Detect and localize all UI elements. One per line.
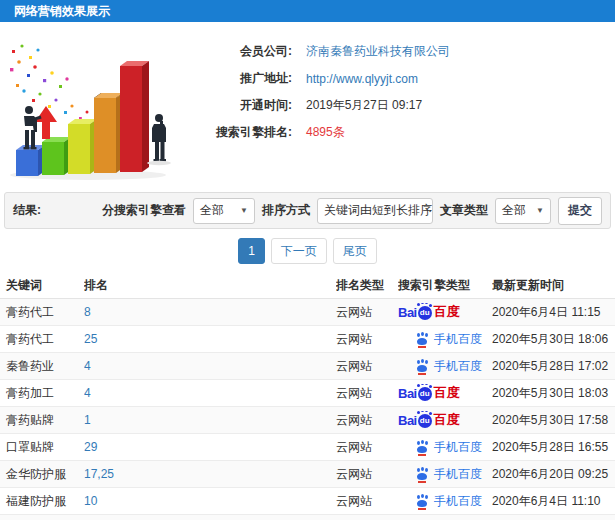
- time-cell: 2020年6月20日 09:25: [492, 466, 615, 483]
- filter-bar: 结果: 分搜索引擎查看 全部 ▼ 排序方式 关键词由短到长排序 ▼ 文章类型 全…: [4, 192, 611, 229]
- table-row: 手机百度: [0, 515, 615, 520]
- result-label: 结果:: [13, 202, 41, 219]
- chevron-down-icon: ▼: [536, 206, 544, 215]
- rank-type-cell: 云网站: [336, 466, 398, 483]
- up-arrow-icon: [35, 106, 57, 139]
- results-table: 关键词 排名 排名类型 搜索引擎类型 最新更新时间 膏药代工8云网站Baidu百…: [0, 272, 615, 520]
- time-cell: 2020年5月28日 17:02: [492, 358, 615, 375]
- baidu-paw-icon: du: [418, 414, 432, 428]
- mobile-baidu-paw-icon: [416, 468, 429, 480]
- baidu-paw-icon: du: [418, 306, 432, 320]
- mobile-baidu-paw-icon: [416, 333, 429, 345]
- mobile-baidu-underline: [418, 481, 426, 483]
- mobile-baidu-label: 手机百度: [434, 358, 482, 375]
- mobile-baidu-logo: 手机百度: [416, 439, 482, 456]
- engine-view-select[interactable]: 全部 ▼: [193, 198, 255, 224]
- pagination: 1 下一页 尾页: [0, 229, 615, 272]
- keyword-cell: 口罩贴牌: [0, 439, 84, 456]
- bar-green: [42, 137, 71, 175]
- next-page-button[interactable]: 下一页: [271, 238, 327, 264]
- baidu-logo-text-cn: 百度: [434, 303, 460, 321]
- rank-link[interactable]: 29: [84, 440, 336, 454]
- baidu-logo-text-cn: 百度: [434, 384, 460, 402]
- table-row: 膏药代工25云网站手机百度2020年5月30日 18:06: [0, 326, 615, 353]
- bar-red: [120, 61, 149, 172]
- member-summary-section: 会员公司: 济南秦鲁药业科技有限公司 推广地址: http://www.qlyy…: [0, 22, 615, 192]
- time-cell: 2020年5月30日 17:58: [492, 412, 615, 429]
- article-type-selected: 全部: [502, 202, 526, 219]
- mobile-baidu-underline: [418, 373, 426, 375]
- mobile-baidu-label: 手机百度: [434, 439, 482, 456]
- rank-link[interactable]: 17,25: [84, 467, 336, 481]
- header-engine-type: 搜索引擎类型: [398, 277, 492, 294]
- bar-orange: [94, 93, 123, 173]
- mobile-baidu-paw-icon: [416, 495, 429, 507]
- table-row: 金华防护服17,25云网站手机百度2020年6月20日 09:25: [0, 461, 615, 488]
- confetti-dots: [10, 44, 102, 124]
- company-label: 会员公司:: [174, 43, 292, 60]
- filter-controls: 分搜索引擎查看 全部 ▼ 排序方式 关键词由短到长排序 ▼ 文章类型 全部 ▼ …: [102, 197, 602, 225]
- engine-cell: 手机百度: [398, 493, 492, 510]
- info-row-open-time: 开通时间: 2019年5月27日 09:17: [174, 92, 615, 119]
- rank-type-cell: 云网站: [336, 439, 398, 456]
- promo-url-link[interactable]: http://www.qlyyjt.com: [306, 72, 418, 86]
- baidu-logo-text-bai: Bai: [398, 386, 417, 401]
- member-info-panel: 会员公司: 济南秦鲁药业科技有限公司 推广地址: http://www.qlyy…: [174, 30, 615, 192]
- keyword-cell: 金华防护服: [0, 466, 84, 483]
- rank-link[interactable]: 4: [84, 386, 336, 400]
- table-row: 福建防护服10云网站手机百度2020年6月4日 11:10: [0, 488, 615, 515]
- last-page-button[interactable]: 尾页: [333, 238, 377, 264]
- keyword-cell: 秦鲁药业: [0, 358, 84, 375]
- table-row: 膏药代工8云网站Baidu百度2020年6月4日 11:15: [0, 299, 615, 326]
- bar-chart-clipart-icon: [2, 30, 174, 182]
- rank-link[interactable]: 1: [84, 413, 336, 427]
- open-time-label: 开通时间:: [174, 97, 292, 114]
- table-row: 口罩贴牌29云网站手机百度2020年5月28日 16:55: [0, 434, 615, 461]
- bar-yellow: [68, 119, 97, 174]
- rank-link[interactable]: 10: [84, 494, 336, 508]
- chevron-down-icon: ▼: [240, 206, 248, 215]
- time-cell: 2020年5月30日 18:03: [492, 385, 615, 402]
- engine-view-selected: 全部: [200, 202, 224, 219]
- engine-cell: Baidu百度: [398, 411, 492, 429]
- article-type-select[interactable]: 全部 ▼: [495, 198, 551, 224]
- rank-type-cell: 云网站: [336, 412, 398, 429]
- table-header-row: 关键词 排名 排名类型 搜索引擎类型 最新更新时间: [0, 272, 615, 299]
- table-row: 膏药贴牌1云网站Baidu百度2020年5月30日 17:58: [0, 407, 615, 434]
- window-titlebar: 网络营销效果展示: [0, 0, 615, 22]
- engine-cell: 手机百度: [398, 439, 492, 456]
- page-1-button[interactable]: 1: [238, 238, 265, 264]
- marketing-illustration: [2, 30, 174, 182]
- article-type-label: 文章类型: [440, 202, 488, 219]
- info-row-company: 会员公司: 济南秦鲁药业科技有限公司: [174, 38, 615, 65]
- sort-selected: 关键词由短到长排序: [324, 202, 432, 219]
- rank-link[interactable]: 25: [84, 332, 336, 346]
- baidu-logo-text-bai: Bai: [398, 305, 417, 320]
- mobile-baidu-underline: [418, 346, 426, 348]
- time-cell: 2020年6月4日 11:15: [492, 304, 615, 321]
- bar-blue: [16, 145, 45, 176]
- mobile-baidu-label: 手机百度: [434, 331, 482, 348]
- rank-type-cell: 云网站: [336, 331, 398, 348]
- rank-type-cell: 云网站: [336, 493, 398, 510]
- rank-link[interactable]: 4: [84, 359, 336, 373]
- keyword-cell: 福建防护服: [0, 493, 84, 510]
- mobile-baidu-underline: [418, 454, 426, 456]
- rank-type-cell: 云网站: [336, 304, 398, 321]
- info-row-url: 推广地址: http://www.qlyyjt.com: [174, 65, 615, 92]
- rank-link[interactable]: 8: [84, 305, 336, 319]
- sort-select[interactable]: 关键词由短到长排序 ▼: [317, 198, 433, 224]
- baidu-web-logo: Baidu百度: [398, 411, 460, 429]
- table-body: 膏药代工8云网站Baidu百度2020年6月4日 11:15膏药代工25云网站手…: [0, 299, 615, 520]
- time-cell: 2020年5月28日 16:55: [492, 439, 615, 456]
- submit-button[interactable]: 提交: [558, 197, 602, 225]
- baidu-web-logo: Baidu百度: [398, 384, 460, 402]
- time-cell: 2020年5月30日 18:06: [492, 331, 615, 348]
- rank-type-cell: 云网站: [336, 385, 398, 402]
- time-cell: 2020年6月4日 11:10: [492, 493, 615, 510]
- mobile-baidu-paw-icon: [416, 441, 429, 453]
- company-link[interactable]: 济南秦鲁药业科技有限公司: [306, 43, 450, 60]
- header-keyword: 关键词: [0, 277, 84, 294]
- sort-label: 排序方式: [262, 202, 310, 219]
- engine-cell: 手机百度: [398, 331, 492, 348]
